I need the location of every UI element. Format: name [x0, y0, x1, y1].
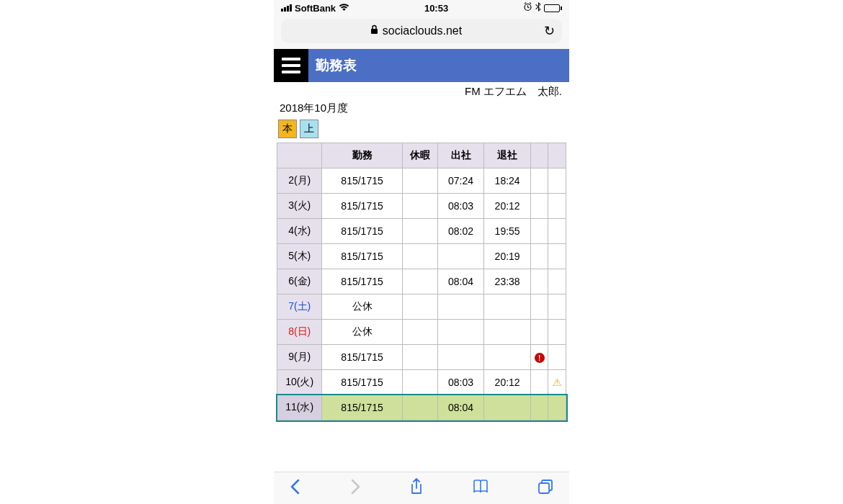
col-out: 退社 [484, 143, 531, 168]
svg-rect-3 [539, 483, 549, 493]
alarm-icon [523, 2, 532, 14]
tabs-button[interactable] [538, 479, 553, 499]
bookmarks-button[interactable] [472, 480, 489, 498]
date-cell: 10(火) [277, 370, 322, 395]
col-in: 出社 [437, 143, 484, 168]
date-cell: 11(水) [277, 395, 322, 420]
phone-frame: SoftBank 10:53 sociaclouds.net ↻ [274, 0, 569, 504]
col-status2 [548, 143, 566, 168]
wifi-icon [339, 3, 349, 14]
date-cell: 9(月) [277, 345, 322, 370]
share-button[interactable] [409, 478, 424, 500]
date-cell: 8(日) [277, 320, 322, 345]
date-cell: 3(火) [277, 194, 322, 219]
safari-toolbar [274, 472, 569, 504]
chip-hon[interactable]: 本 [278, 120, 297, 138]
col-status1 [530, 143, 548, 168]
page-content: 勤務表 FM エフエム 太郎. 2018年10月度 本 上 勤務 休暇 出社 退… [274, 49, 569, 472]
url-text: sociaclouds.net [383, 24, 462, 37]
back-button[interactable] [290, 479, 301, 499]
app-header: 勤務表 [274, 49, 569, 82]
table-row[interactable]: 11(水)815/171508:04 [277, 395, 566, 420]
table-row[interactable]: 10(火)815/171508:0320:12⚠ [277, 370, 566, 395]
forward-button[interactable] [349, 479, 361, 499]
reload-icon[interactable]: ↻ [544, 23, 555, 39]
chip-jou[interactable]: 上 [300, 120, 318, 138]
table-row[interactable]: 3(火)815/171508:0320:12 [277, 194, 566, 219]
page-title: 勤務表 [308, 56, 357, 75]
user-label: FM エフエム 太郎. [274, 82, 569, 100]
signal-icon [281, 4, 292, 12]
col-holiday: 休暇 [402, 143, 437, 168]
url-bar[interactable]: sociaclouds.net ↻ [281, 19, 562, 43]
status-time: 10:53 [424, 3, 448, 14]
date-cell: 2(月) [277, 168, 322, 194]
period-label: 2018年10月度 [274, 100, 569, 117]
attendance-table: 勤務 休暇 出社 退社 2(月)815/171507:2418:243(火)81… [277, 143, 566, 420]
table-row[interactable]: 8(日)公休 [277, 320, 566, 345]
warning-icon: ⚠ [553, 377, 562, 388]
table-row[interactable]: 5(木)815/171520:19 [277, 244, 566, 269]
date-cell: 7(土) [277, 294, 322, 320]
svg-rect-1 [371, 29, 378, 34]
table-row[interactable]: 6(金)815/171508:0423:38 [277, 269, 566, 294]
battery-icon [544, 4, 562, 12]
carrier-label: SoftBank [295, 3, 336, 14]
col-date [277, 143, 322, 168]
date-cell: 5(木) [277, 244, 322, 269]
bluetooth-icon [535, 2, 541, 14]
table-row[interactable]: 7(土)公休 [277, 294, 566, 320]
error-icon: ! [535, 353, 545, 363]
col-work: 勤務 [322, 143, 402, 168]
status-bar: SoftBank 10:53 [274, 0, 569, 16]
lock-icon [370, 24, 378, 37]
table-row[interactable]: 2(月)815/171507:2418:24 [277, 168, 566, 194]
menu-button[interactable] [274, 49, 308, 82]
table-row[interactable]: 9(月)815/1715! [277, 345, 566, 370]
date-cell: 4(水) [277, 219, 322, 244]
table-row[interactable]: 4(水)815/171508:0219:55 [277, 219, 566, 244]
date-cell: 6(金) [277, 269, 322, 294]
